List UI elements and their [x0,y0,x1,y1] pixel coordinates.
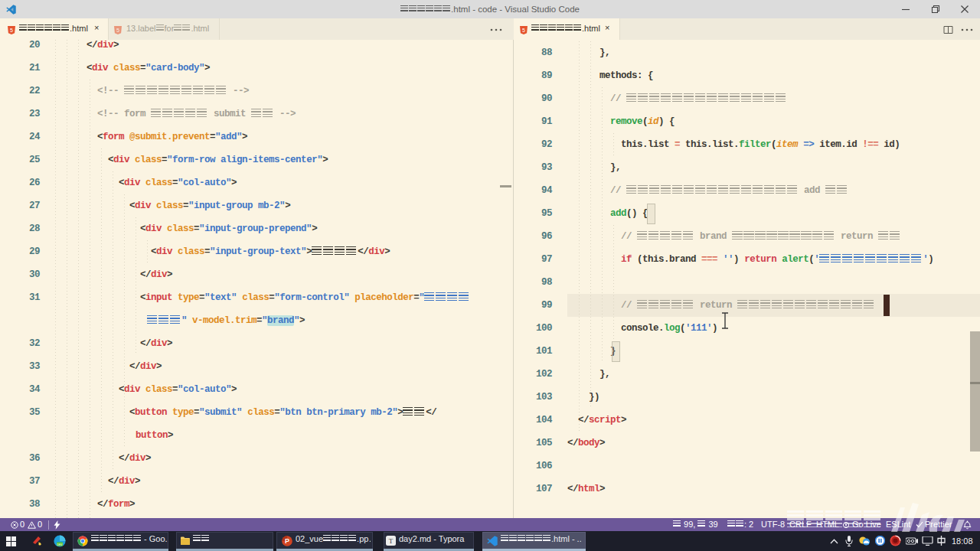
svg-text:5: 5 [116,28,119,33]
svg-text:5: 5 [522,28,525,33]
svg-text:P: P [285,537,289,545]
svg-text:5: 5 [10,28,13,33]
svg-text:T: T [389,537,394,545]
svg-text:DEV: DEV [57,543,64,546]
